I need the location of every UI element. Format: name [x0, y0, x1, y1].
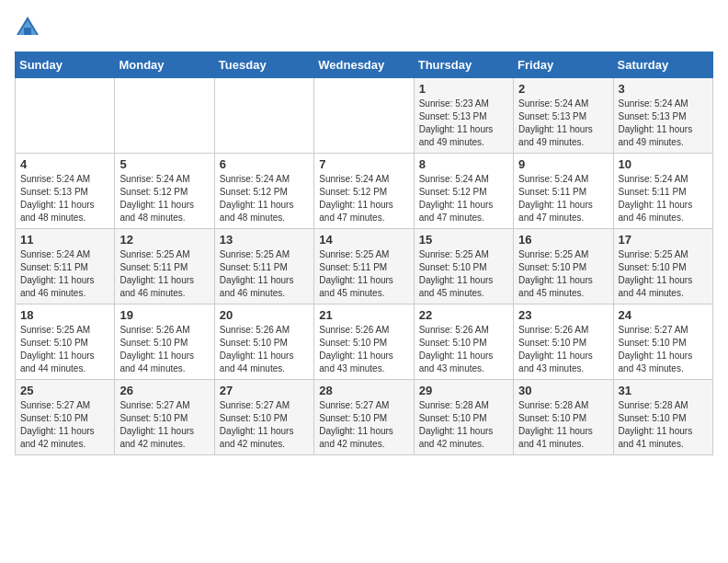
day-number: 9 [518, 157, 608, 171]
weekday-header: Friday [514, 52, 613, 78]
day-number: 7 [319, 157, 408, 171]
day-number: 31 [619, 384, 708, 397]
calendar-cell: 3Sunrise: 5:24 AMSunset: 5:13 PMDaylight… [613, 78, 712, 154]
day-number: 24 [619, 308, 708, 322]
day-info: Sunrise: 5:25 AMSunset: 5:11 PMDaylight:… [319, 248, 408, 300]
calendar-cell: 9Sunrise: 5:24 AMSunset: 5:11 PMDaylight… [514, 154, 613, 229]
day-number: 18 [20, 308, 109, 322]
day-info: Sunrise: 5:25 AMSunset: 5:10 PMDaylight:… [518, 248, 608, 300]
logo [15, 15, 44, 40]
day-number: 19 [119, 308, 209, 322]
day-number: 10 [619, 157, 708, 171]
calendar-cell: 5Sunrise: 5:24 AMSunset: 5:12 PMDaylight… [115, 154, 214, 229]
calendar-cell: 13Sunrise: 5:25 AMSunset: 5:11 PMDayligh… [214, 229, 313, 304]
calendar-cell: 18Sunrise: 5:25 AMSunset: 5:10 PMDayligh… [16, 304, 115, 380]
day-info: Sunrise: 5:24 AMSunset: 5:11 PMDaylight:… [518, 173, 608, 224]
day-info: Sunrise: 5:26 AMSunset: 5:10 PMDaylight:… [220, 324, 309, 375]
day-number: 2 [518, 82, 608, 96]
weekday-header: Thursday [414, 52, 513, 78]
page-header [15, 15, 713, 40]
calendar-cell: 4Sunrise: 5:24 AMSunset: 5:13 PMDaylight… [16, 154, 115, 229]
weekday-header: Tuesday [214, 52, 313, 78]
day-info: Sunrise: 5:26 AMSunset: 5:10 PMDaylight:… [518, 324, 608, 375]
day-number: 5 [119, 157, 209, 171]
calendar-week-row: 25Sunrise: 5:27 AMSunset: 5:10 PMDayligh… [16, 380, 713, 455]
calendar-cell: 26Sunrise: 5:27 AMSunset: 5:10 PMDayligh… [115, 380, 214, 455]
day-info: Sunrise: 5:27 AMSunset: 5:10 PMDaylight:… [619, 324, 708, 375]
day-number: 25 [20, 384, 109, 397]
calendar-cell: 19Sunrise: 5:26 AMSunset: 5:10 PMDayligh… [115, 304, 214, 380]
day-info: Sunrise: 5:24 AMSunset: 5:12 PMDaylight:… [419, 173, 508, 224]
calendar-cell: 24Sunrise: 5:27 AMSunset: 5:10 PMDayligh… [613, 304, 712, 380]
day-info: Sunrise: 5:25 AMSunset: 5:10 PMDaylight:… [20, 324, 109, 375]
weekday-header: Monday [115, 52, 214, 78]
calendar-cell: 23Sunrise: 5:26 AMSunset: 5:10 PMDayligh… [514, 304, 613, 380]
calendar-cell: 6Sunrise: 5:24 AMSunset: 5:12 PMDaylight… [214, 154, 313, 229]
calendar-header-row: SundayMondayTuesdayWednesdayThursdayFrid… [16, 52, 713, 78]
calendar-cell: 21Sunrise: 5:26 AMSunset: 5:10 PMDayligh… [314, 304, 414, 380]
weekday-header: Wednesday [314, 52, 414, 78]
day-number: 8 [419, 157, 508, 171]
day-info: Sunrise: 5:28 AMSunset: 5:10 PMDaylight:… [419, 399, 508, 451]
day-info: Sunrise: 5:26 AMSunset: 5:10 PMDaylight:… [119, 324, 209, 375]
day-number: 28 [319, 384, 408, 397]
calendar-cell: 14Sunrise: 5:25 AMSunset: 5:11 PMDayligh… [314, 229, 414, 304]
weekday-header: Sunday [16, 52, 115, 78]
day-number: 23 [518, 308, 608, 322]
day-info: Sunrise: 5:26 AMSunset: 5:10 PMDaylight:… [419, 324, 508, 375]
day-info: Sunrise: 5:26 AMSunset: 5:10 PMDaylight:… [319, 324, 408, 375]
day-number: 15 [419, 233, 508, 247]
day-info: Sunrise: 5:24 AMSunset: 5:13 PMDaylight:… [20, 173, 109, 224]
calendar-cell [115, 78, 214, 154]
calendar-cell: 17Sunrise: 5:25 AMSunset: 5:10 PMDayligh… [613, 229, 712, 304]
day-number: 14 [319, 233, 408, 247]
logo-icon [15, 15, 40, 40]
day-info: Sunrise: 5:27 AMSunset: 5:10 PMDaylight:… [220, 399, 309, 451]
day-info: Sunrise: 5:24 AMSunset: 5:12 PMDaylight:… [319, 173, 408, 224]
day-info: Sunrise: 5:24 AMSunset: 5:11 PMDaylight:… [619, 173, 708, 224]
day-info: Sunrise: 5:28 AMSunset: 5:10 PMDaylight:… [518, 399, 608, 451]
day-number: 11 [20, 233, 109, 247]
day-info: Sunrise: 5:24 AMSunset: 5:13 PMDaylight:… [619, 98, 708, 149]
calendar-cell: 10Sunrise: 5:24 AMSunset: 5:11 PMDayligh… [613, 154, 712, 229]
day-info: Sunrise: 5:23 AMSunset: 5:13 PMDaylight:… [419, 98, 508, 149]
calendar-cell [314, 78, 414, 154]
day-number: 22 [419, 308, 508, 322]
day-number: 16 [518, 233, 608, 247]
day-info: Sunrise: 5:27 AMSunset: 5:10 PMDaylight:… [319, 399, 408, 451]
day-info: Sunrise: 5:28 AMSunset: 5:10 PMDaylight:… [619, 399, 708, 451]
day-number: 17 [619, 233, 708, 247]
calendar-week-row: 4Sunrise: 5:24 AMSunset: 5:13 PMDaylight… [16, 154, 713, 229]
day-info: Sunrise: 5:27 AMSunset: 5:10 PMDaylight:… [119, 399, 209, 451]
calendar-cell: 8Sunrise: 5:24 AMSunset: 5:12 PMDaylight… [414, 154, 513, 229]
calendar-cell: 20Sunrise: 5:26 AMSunset: 5:10 PMDayligh… [214, 304, 313, 380]
day-info: Sunrise: 5:25 AMSunset: 5:10 PMDaylight:… [419, 248, 508, 300]
day-info: Sunrise: 5:24 AMSunset: 5:12 PMDaylight:… [119, 173, 209, 224]
calendar-cell: 15Sunrise: 5:25 AMSunset: 5:10 PMDayligh… [414, 229, 513, 304]
calendar-cell: 16Sunrise: 5:25 AMSunset: 5:10 PMDayligh… [514, 229, 613, 304]
calendar-cell: 27Sunrise: 5:27 AMSunset: 5:10 PMDayligh… [214, 380, 313, 455]
day-number: 12 [119, 233, 209, 247]
calendar-cell [16, 78, 115, 154]
day-number: 29 [419, 384, 508, 397]
calendar-cell: 28Sunrise: 5:27 AMSunset: 5:10 PMDayligh… [314, 380, 414, 455]
day-info: Sunrise: 5:24 AMSunset: 5:13 PMDaylight:… [518, 98, 608, 149]
calendar-table: SundayMondayTuesdayWednesdayThursdayFrid… [15, 52, 713, 455]
day-info: Sunrise: 5:24 AMSunset: 5:12 PMDaylight:… [220, 173, 309, 224]
day-info: Sunrise: 5:25 AMSunset: 5:10 PMDaylight:… [619, 248, 708, 300]
calendar-cell: 2Sunrise: 5:24 AMSunset: 5:13 PMDaylight… [514, 78, 613, 154]
day-number: 4 [20, 157, 109, 171]
calendar-cell: 11Sunrise: 5:24 AMSunset: 5:11 PMDayligh… [16, 229, 115, 304]
day-info: Sunrise: 5:25 AMSunset: 5:11 PMDaylight:… [119, 248, 209, 300]
day-info: Sunrise: 5:27 AMSunset: 5:10 PMDaylight:… [20, 399, 109, 451]
day-number: 6 [220, 157, 309, 171]
calendar-cell [214, 78, 313, 154]
calendar-cell: 31Sunrise: 5:28 AMSunset: 5:10 PMDayligh… [613, 380, 712, 455]
day-number: 1 [419, 82, 508, 96]
day-info: Sunrise: 5:24 AMSunset: 5:11 PMDaylight:… [20, 248, 109, 300]
calendar-cell: 29Sunrise: 5:28 AMSunset: 5:10 PMDayligh… [414, 380, 513, 455]
calendar-cell: 12Sunrise: 5:25 AMSunset: 5:11 PMDayligh… [115, 229, 214, 304]
calendar-week-row: 11Sunrise: 5:24 AMSunset: 5:11 PMDayligh… [16, 229, 713, 304]
calendar-week-row: 1Sunrise: 5:23 AMSunset: 5:13 PMDaylight… [16, 78, 713, 154]
svg-rect-2 [24, 28, 31, 35]
